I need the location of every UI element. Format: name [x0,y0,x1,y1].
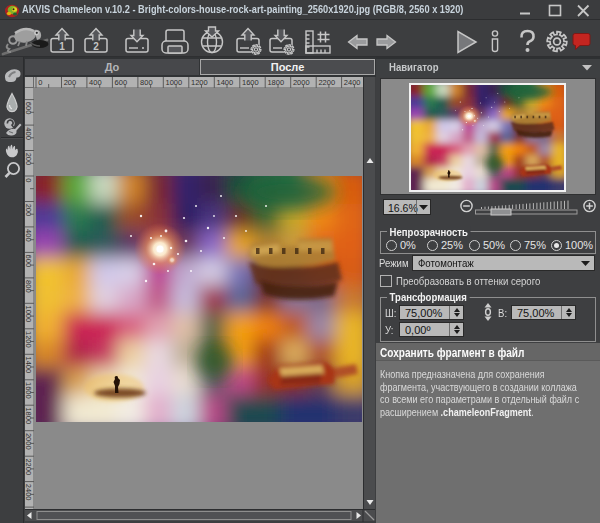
svg-text:1000: 1000 [166,78,183,87]
svg-text:1: 1 [59,41,65,52]
svg-text:2000: 2000 [25,433,33,450]
svg-text:2200: 2200 [318,78,335,87]
svg-text:2400: 2400 [25,484,33,501]
svg-text:2200: 2200 [25,458,33,475]
svg-text:1800: 1800 [25,407,33,424]
svg-text:1600: 1600 [242,78,259,87]
svg-text:0: 0 [25,178,33,182]
svg-text:1400: 1400 [25,357,33,374]
svg-text:1800: 1800 [267,78,284,87]
svg-text:1200: 1200 [25,331,33,348]
svg-text:1000: 1000 [25,306,33,323]
svg-text:2400: 2400 [344,78,361,87]
svg-text:1200: 1200 [191,78,208,87]
svg-text:1400: 1400 [217,78,234,87]
svg-text:2: 2 [93,41,99,52]
svg-text:2000: 2000 [293,78,310,87]
svg-text:1600: 1600 [25,382,33,399]
svg-text:0: 0 [38,78,42,87]
